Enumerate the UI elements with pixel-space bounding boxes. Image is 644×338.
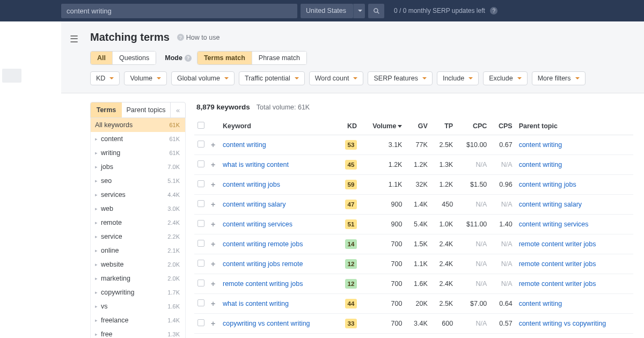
parent-topic-link[interactable]: content writing salary — [519, 201, 582, 208]
keyword-link[interactable]: content writing — [223, 141, 266, 149]
sidebar-item[interactable]: ▸writing61K — [91, 146, 185, 160]
filter-include[interactable]: Include — [437, 71, 479, 85]
search-button[interactable] — [368, 4, 384, 18]
sidebar-item[interactable]: ▸web3.0K — [91, 202, 185, 216]
filter-exclude[interactable]: Exclude — [483, 71, 527, 85]
help-icon[interactable]: ? — [185, 55, 192, 62]
cell-cps: 0.67 — [490, 135, 515, 155]
sidebar-item[interactable]: ▸online2.1K — [91, 244, 185, 258]
sidebar-item-all-keywords[interactable]: All keywords 61K — [91, 118, 185, 132]
row-checkbox[interactable] — [197, 240, 204, 247]
cell-cpc: $7.00 — [456, 294, 490, 314]
keyword-link[interactable]: content writing remote jobs — [223, 240, 303, 248]
parent-topic-link[interactable]: content writing jobs — [519, 181, 576, 188]
col-tp[interactable]: TP — [431, 117, 456, 135]
parent-topic-link[interactable]: content writing vs copywriting — [519, 320, 606, 327]
cell-cpc: N/A — [456, 254, 490, 274]
keyword-link[interactable]: what is content writing — [223, 300, 289, 307]
col-kd[interactable]: KD — [337, 117, 360, 135]
col-gv[interactable]: GV — [405, 117, 430, 135]
row-checkbox[interactable] — [197, 200, 204, 207]
sidebar-item[interactable]: ▸remote2.4K — [91, 216, 185, 230]
col-parent-topic[interactable]: Parent topic — [516, 117, 633, 135]
keyword-link[interactable]: remote content writing jobs — [223, 280, 303, 288]
country-caret[interactable] — [353, 4, 365, 18]
keyword-search-input[interactable]: content writing — [61, 4, 297, 18]
sidebar-item[interactable]: ▸vs1.6K — [91, 299, 185, 313]
col-volume[interactable]: Volume — [360, 117, 405, 135]
select-all-checkbox[interactable] — [197, 122, 204, 129]
keyword-link[interactable]: content writing jobs remote — [223, 260, 303, 268]
tab-terms-match[interactable]: Terms match — [197, 52, 252, 64]
parent-topic-link[interactable]: remote content writer jobs — [519, 240, 596, 248]
keyword-link[interactable]: content writing salary — [223, 201, 286, 208]
add-keyword-button[interactable]: + — [211, 299, 215, 308]
sidebar-item[interactable]: ▸content61K — [91, 132, 185, 146]
add-keyword-button[interactable]: + — [211, 260, 215, 268]
sidebar-item[interactable]: ▸jobs7.0K — [91, 160, 185, 174]
add-keyword-button[interactable]: + — [211, 240, 215, 248]
filter-global-volume[interactable]: Global volume — [171, 71, 235, 85]
sidebar-item-count: 2.1K — [167, 247, 180, 254]
sidebar-item[interactable]: ▸freelance1.4K — [91, 313, 185, 327]
keyword-link[interactable]: content writing services — [223, 221, 292, 228]
tab-all[interactable]: All — [91, 52, 112, 64]
row-checkbox[interactable] — [197, 220, 204, 227]
sidebar-item[interactable]: ▸seo5.1K — [91, 174, 185, 188]
add-keyword-button[interactable]: + — [211, 220, 215, 229]
chevron-right-icon: ▸ — [95, 192, 98, 197]
col-keyword[interactable]: Keyword — [219, 117, 337, 135]
parent-topic-link[interactable]: remote content writer jobs — [519, 260, 596, 268]
parent-topic-link[interactable]: content writing services — [519, 221, 589, 228]
filter-kd[interactable]: KD — [90, 71, 120, 85]
row-checkbox[interactable] — [197, 160, 204, 167]
keyword-link[interactable]: what is writing content — [223, 161, 289, 168]
sidebar-item[interactable]: ▸service2.2K — [91, 230, 185, 244]
table-row: +copywriting vs content writing337003.4K… — [194, 314, 633, 334]
filter-more[interactable]: More filters — [532, 71, 586, 85]
how-to-use-link[interactable]: ? How to use — [177, 34, 220, 41]
filter-serp-features[interactable]: SERP features — [368, 71, 432, 85]
add-keyword-button[interactable]: + — [211, 319, 215, 328]
sidebar-item[interactable]: ▸copywriting1.7K — [91, 285, 185, 299]
chevron-right-icon: ▸ — [95, 248, 98, 253]
add-keyword-button[interactable]: + — [211, 141, 215, 149]
row-checkbox[interactable] — [197, 280, 204, 286]
add-keyword-button[interactable]: + — [211, 280, 215, 288]
parent-topic-link[interactable]: remote content writer jobs — [519, 280, 596, 288]
add-keyword-button[interactable]: + — [211, 180, 215, 189]
add-keyword-button[interactable]: + — [211, 160, 215, 169]
keyword-link[interactable]: content writing jobs — [223, 181, 280, 188]
sidebar-tab-parent-topics[interactable]: Parent topics — [122, 102, 170, 117]
sidebar-collapse[interactable]: « — [170, 102, 185, 117]
parent-topic-link[interactable]: content writing — [519, 161, 562, 168]
mode-tabs: Terms match Phrase match — [197, 51, 307, 65]
sidebar-item[interactable]: ▸marketing2.0K — [91, 271, 185, 285]
col-cps[interactable]: CPS — [490, 117, 515, 135]
help-icon[interactable]: ? — [490, 7, 497, 14]
keyword-link[interactable]: copywriting vs content writing — [223, 320, 310, 327]
tab-phrase-match[interactable]: Phrase match — [252, 52, 306, 64]
cell-tp: 2.4K — [431, 274, 456, 294]
row-checkbox[interactable] — [197, 180, 204, 187]
row-checkbox[interactable] — [197, 319, 204, 326]
parent-topic-link[interactable]: content writing — [519, 141, 562, 149]
cell-cps: 0.57 — [490, 314, 515, 334]
left-gutter-block — [2, 69, 21, 83]
filter-word-count[interactable]: Word count — [309, 71, 364, 85]
col-cpc[interactable]: CPC — [456, 117, 490, 135]
filter-volume[interactable]: Volume — [124, 71, 167, 85]
add-keyword-button[interactable]: + — [211, 200, 215, 209]
sidebar-item[interactable]: ▸free1.3K — [91, 327, 185, 338]
parent-topic-link[interactable]: content writing — [519, 300, 562, 307]
row-checkbox[interactable] — [197, 141, 204, 148]
country-select[interactable]: United States — [301, 4, 353, 18]
sidebar-tab-terms[interactable]: Terms — [91, 102, 122, 117]
tab-questions[interactable]: Questions — [112, 52, 156, 64]
menu-icon[interactable]: ☰ — [70, 33, 78, 45]
row-checkbox[interactable] — [197, 260, 204, 267]
sidebar-item[interactable]: ▸services4.4K — [91, 188, 185, 202]
row-checkbox[interactable] — [197, 299, 204, 306]
filter-traffic-potential[interactable]: Traffic potential — [239, 71, 305, 85]
sidebar-item[interactable]: ▸website2.0K — [91, 258, 185, 271]
